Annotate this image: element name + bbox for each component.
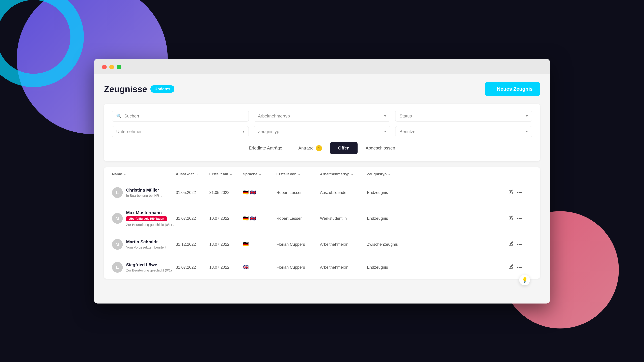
col-header-ausst-dat: Ausst.-dat. ⌄: [176, 172, 209, 176]
filter-bar: 🔍 Arbeitnehmertyp ▾ Status ▾ Untern: [104, 104, 540, 161]
benutzer-label: Benutzer: [400, 129, 417, 134]
col-header-erstellt-von: Erstellt von ⌄: [276, 172, 320, 176]
erstellt-von-3: Florian Cüppers: [276, 242, 320, 247]
col-header-empty: [522, 172, 532, 176]
new-zeugnis-button[interactable]: + Neues Zeugnis: [485, 82, 540, 96]
page-title: Zeugnisse: [104, 84, 147, 94]
person-name-2: Max Mustermann: [126, 210, 175, 215]
avatar-3: M: [112, 239, 123, 250]
col-header-arbeitnehmertyp: Arbeitnehmertyp ⌄: [320, 172, 367, 176]
sort-icon-zeugnistyp: ⌄: [388, 172, 390, 176]
unternehmen-select[interactable]: Unternehmen ▾: [112, 126, 249, 137]
traffic-lights: [102, 65, 122, 69]
close-button[interactable]: [102, 65, 107, 69]
sort-icon-sprache: ⌄: [259, 172, 261, 176]
name-info-1: Christina Müller In Bearbeitung bei HR ⌄: [126, 188, 162, 198]
bottom-hint: 💡: [94, 275, 530, 285]
flags-1: 🇩🇪 🇬🇧: [243, 190, 276, 195]
action-icons-3: •••: [410, 241, 522, 247]
minimize-button[interactable]: [109, 65, 114, 69]
col-header-actions: [410, 172, 522, 176]
table-row: L Christina Müller In Bearbeitung bei HR…: [104, 181, 540, 204]
titlebar: [94, 59, 550, 74]
person-name-4: Siegfried Löwe: [126, 262, 175, 268]
edit-icon[interactable]: [508, 264, 513, 270]
arbeitnehmertyp-1: Auszubildende:r: [320, 190, 367, 195]
filter-row-1: 🔍 Arbeitnehmertyp ▾ Status ▾: [112, 111, 532, 121]
tab-abgeschlossen[interactable]: Abgeschlossen: [358, 142, 403, 154]
person-status-4: Zur Beurteilung geschickt (0/1) ⌄: [126, 269, 175, 272]
tab-antraege[interactable]: Anträge 1: [290, 142, 330, 155]
avatar-1: L: [112, 187, 123, 198]
edit-icon[interactable]: [508, 216, 513, 221]
col-header-name: Name ⌄: [112, 172, 176, 176]
chevron-down-icon: ▾: [384, 129, 386, 134]
sort-icon-name: ⌄: [124, 172, 126, 176]
arbeitnehmertyp-label: Arbeitnehmertyp: [258, 113, 290, 119]
tab-erledigte[interactable]: Erledigte Anträge: [241, 142, 290, 154]
benutzer-select[interactable]: Benutzer ▾: [395, 126, 532, 137]
person-name-3: Martin Schmidt: [126, 239, 170, 245]
erstellt-von-2: Robert Lassen: [276, 216, 320, 221]
status-chevron-icon: ⌄: [167, 246, 170, 249]
flag-de: 🇩🇪: [243, 216, 249, 221]
avatar-2: M: [112, 213, 123, 224]
unternehmen-label: Unternehmen: [116, 129, 143, 134]
lightbulb-icon: 💡: [522, 277, 528, 283]
flag-gb: 🇬🇧: [250, 190, 256, 195]
erstellt-von-1: Robert Lassen: [276, 190, 320, 195]
erstellt-am-4: 13.07.2022: [209, 265, 243, 270]
more-icon[interactable]: •••: [516, 242, 522, 247]
person-status-1: In Bearbeitung bei HR ⌄: [126, 194, 162, 198]
avatar-4: L: [112, 262, 123, 273]
flags-3: 🇩🇪: [243, 242, 276, 247]
name-cell-3: M Martin Schmidt Vom Vorgesetzten beurte…: [112, 239, 176, 250]
updates-badge: Updates: [150, 85, 174, 93]
edit-icon[interactable]: [508, 241, 513, 247]
flags-4: 🇬🇧: [243, 265, 276, 270]
more-icon[interactable]: •••: [516, 216, 522, 221]
table-row: M Max Mustermann Überfällig seit 159 Tag…: [104, 204, 540, 233]
ausst-dat-1: 31.05.2022: [176, 190, 209, 195]
arbeitnehmertyp-select[interactable]: Arbeitnehmertyp ▾: [254, 111, 390, 121]
zeugnistyp-select[interactable]: Zeugnistyp ▾: [254, 126, 390, 137]
table-container: Name ⌄ Ausst.-dat. ⌄ Erstellt am ⌄ Sprac…: [104, 167, 540, 279]
overdue-badge-2: Überfällig seit 159 Tagen: [126, 216, 167, 221]
main-window: Zeugnisse Updates + Neues Zeugnis 🔍 Arbe…: [94, 59, 550, 304]
more-icon[interactable]: •••: [516, 265, 522, 270]
status-select[interactable]: Status ▾: [395, 111, 532, 121]
search-icon: 🔍: [116, 113, 122, 119]
search-input[interactable]: [124, 113, 244, 119]
page-header: Zeugnisse Updates + Neues Zeugnis: [104, 82, 540, 96]
more-icon[interactable]: •••: [516, 190, 522, 195]
erstellt-am-1: 31.05.2022: [209, 190, 243, 195]
arbeitnehmertyp-2: Werkstudent:in: [320, 216, 367, 221]
table-header: Name ⌄ Ausst.-dat. ⌄ Erstellt am ⌄ Sprac…: [104, 167, 540, 181]
name-info-4: Siegfried Löwe Zur Beurteilung geschickt…: [126, 262, 175, 272]
action-icons-2: •••: [410, 216, 522, 221]
edit-icon[interactable]: [508, 190, 513, 195]
tab-offen[interactable]: Offen: [330, 142, 358, 154]
ausst-dat-3: 31.12.2022: [176, 242, 209, 247]
erstellt-am-3: 13.07.2022: [209, 242, 243, 247]
chevron-down-icon: ▾: [526, 114, 528, 118]
erstellt-am-2: 10.07.2022: [209, 216, 243, 221]
maximize-button[interactable]: [117, 65, 122, 69]
col-header-erstellt-am: Erstellt am ⌄: [209, 172, 243, 176]
page-content: Zeugnisse Updates + Neues Zeugnis 🔍 Arbe…: [94, 74, 550, 304]
flag-gb: 🇬🇧: [243, 265, 249, 270]
flag-gb: 🇬🇧: [250, 216, 256, 221]
zeugnistyp-1: Endzeugnis: [367, 190, 410, 195]
arbeitnehmertyp-4: Arbeitnehmer:in: [320, 265, 367, 270]
search-wrapper[interactable]: 🔍: [112, 111, 249, 121]
person-name-1: Christina Müller: [126, 188, 162, 193]
flags-2: 🇩🇪 🇬🇧: [243, 216, 276, 221]
tabs-row: Erledigte Anträge Anträge 1 Offen Abgesc…: [112, 142, 532, 155]
title-group: Zeugnisse Updates: [104, 84, 174, 94]
sort-icon-erstellt: ⌄: [230, 172, 232, 176]
ausst-dat-4: 31.07.2022: [176, 265, 209, 270]
erstellt-von-4: Florian Cüppers: [276, 265, 320, 270]
ausst-dat-2: 31.07.2022: [176, 216, 209, 221]
hint-button[interactable]: 💡: [519, 275, 530, 285]
table-row: M Martin Schmidt Vom Vorgesetzten beurte…: [104, 233, 540, 256]
